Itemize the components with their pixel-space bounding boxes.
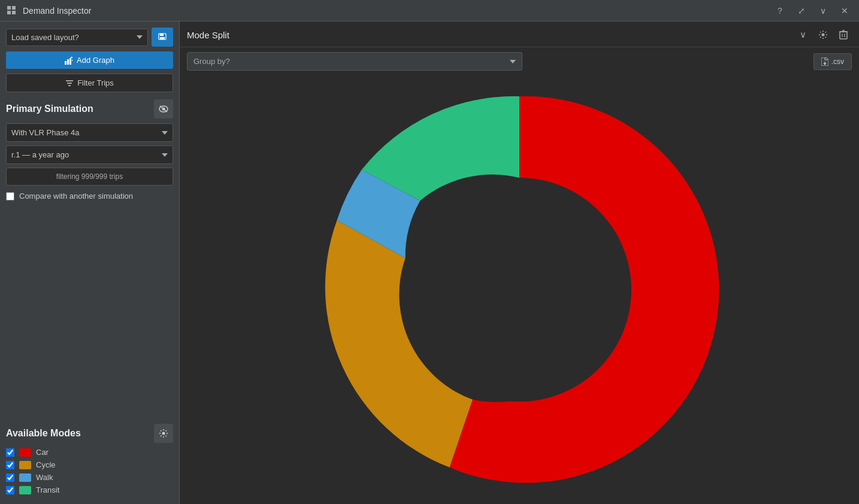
expand-button[interactable]: ⤢ <box>793 2 810 19</box>
svg-rect-1 <box>12 6 16 10</box>
titlebar: Demand Inspector ? ⤢ ∨ ✕ <box>0 0 859 22</box>
mode-item: Transit <box>6 485 173 494</box>
svg-rect-7 <box>65 61 66 65</box>
close-button[interactable]: ✕ <box>836 2 853 19</box>
donut-hole <box>407 178 631 402</box>
mode-label-walk[interactable]: Walk <box>36 473 53 482</box>
svg-rect-3 <box>12 11 16 14</box>
compare-row: Compare with another simulation <box>6 192 173 201</box>
svg-rect-0 <box>7 6 11 10</box>
mode-checkbox-car[interactable] <box>6 448 14 457</box>
chart-title: Mode Split <box>187 30 229 40</box>
mode-color-car <box>19 448 31 457</box>
chart-settings-button[interactable] <box>815 26 831 43</box>
mode-label-transit[interactable]: Transit <box>36 485 59 494</box>
available-modes-title: Available Modes <box>6 428 81 439</box>
donut-svg <box>316 86 723 493</box>
modes-list: Car Cycle Walk Transit <box>6 448 173 494</box>
compare-label[interactable]: Compare with another simulation <box>19 192 133 201</box>
mode-label-car[interactable]: Car <box>36 448 49 457</box>
available-modes-section: Available Modes Car Cycle Walk <box>6 415 173 498</box>
load-layout-select[interactable]: Load saved layout? <box>6 29 148 46</box>
mode-item: Walk <box>6 473 173 482</box>
available-modes-header: Available Modes <box>6 424 173 443</box>
svg-rect-5 <box>160 34 164 36</box>
svg-rect-2 <box>7 11 11 14</box>
svg-rect-21 <box>840 32 847 39</box>
chart-area <box>180 75 859 504</box>
chart-content: Mode Split ∨ <box>180 22 859 504</box>
help-button[interactable]: ? <box>772 2 788 19</box>
svg-rect-9 <box>69 58 71 65</box>
chart-controls: Group by? .csv <box>180 47 859 75</box>
chart-chevron-button[interactable]: ∨ <box>794 26 811 43</box>
sidebar-spacer <box>6 207 173 415</box>
modes-settings-button[interactable] <box>154 424 173 443</box>
load-layout-row: Load saved layout? <box>6 28 173 47</box>
svg-rect-8 <box>67 59 69 65</box>
primary-simulation-header: Primary Simulation <box>6 99 173 119</box>
mode-color-cycle <box>19 461 31 469</box>
hide-simulation-button[interactable] <box>154 99 173 119</box>
main-layout: Load saved layout? Add Graph <box>0 22 859 504</box>
primary-simulation-title: Primary Simulation <box>6 104 93 114</box>
filter-trips-button[interactable]: Filter Trips <box>6 74 173 92</box>
simulation-select[interactable]: With VLR Phase 4a <box>6 123 173 142</box>
mode-label-cycle[interactable]: Cycle <box>36 460 56 469</box>
mode-checkbox-transit[interactable] <box>6 486 14 494</box>
save-layout-button[interactable] <box>152 28 173 47</box>
app-icon <box>6 5 18 17</box>
donut-chart <box>316 86 723 493</box>
mode-checkbox-walk[interactable] <box>6 473 14 482</box>
chart-toolbar: ∨ <box>794 26 852 43</box>
revision-select[interactable]: r.1 — a year ago <box>6 145 173 164</box>
window-controls: ? ⤢ ∨ ✕ <box>772 2 853 19</box>
svg-point-20 <box>822 34 825 37</box>
mode-item: Car <box>6 448 173 457</box>
app-title: Demand Inspector <box>23 6 772 16</box>
mode-item: Cycle <box>6 460 173 469</box>
group-by-select[interactable]: Group by? <box>187 52 522 71</box>
mode-checkbox-cycle[interactable] <box>6 461 14 469</box>
chevron-button[interactable]: ∨ <box>815 2 831 19</box>
svg-point-19 <box>162 432 165 435</box>
chart-header: Mode Split ∨ <box>180 22 859 47</box>
add-graph-button[interactable]: Add Graph <box>6 51 173 69</box>
compare-checkbox[interactable] <box>6 192 14 201</box>
csv-export-button[interactable]: .csv <box>813 53 852 70</box>
mode-color-walk <box>19 473 31 482</box>
svg-rect-6 <box>160 37 165 40</box>
sidebar: Load saved layout? Add Graph <box>0 22 180 504</box>
svg-rect-10 <box>72 60 73 61</box>
filter-info: filtering 999/999 trips <box>6 168 173 186</box>
mode-color-transit <box>19 486 31 494</box>
chart-delete-button[interactable] <box>835 26 852 43</box>
